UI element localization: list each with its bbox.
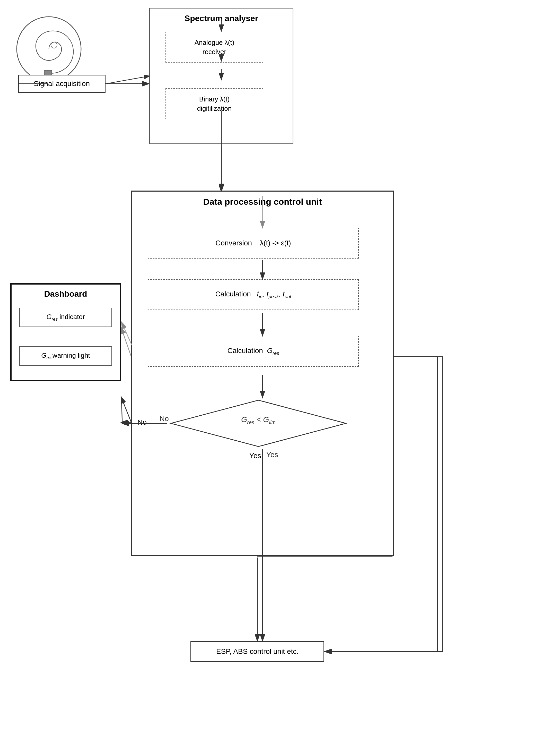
svg-line-49 xyxy=(121,397,122,424)
signal-acquisition-box: Signal acquisition xyxy=(18,75,106,93)
svg-line-48 xyxy=(121,322,132,345)
analogue-receiver-label: Analogue λ(t)receiver xyxy=(195,38,234,57)
gres-warning-label: Greswarning light xyxy=(41,351,90,360)
svg-point-21 xyxy=(51,42,57,48)
esp-abs-label: ESP, ABS control unit etc. xyxy=(216,647,299,656)
binary-digitization-label: Binary λ(t)digitilization xyxy=(197,94,232,113)
decision-diamond-container: Gres < Glim xyxy=(168,398,348,449)
conversion-label: Conversion λ(t) -> ε(t) xyxy=(215,238,291,248)
spectrum-analyser-title: Spectrum analyser xyxy=(185,14,258,23)
esp-abs-box: ESP, ABS control unit etc. xyxy=(190,641,324,662)
data-processing-box: Data processing control unit Conversion … xyxy=(131,190,394,556)
calculation-gres-box: Calculation Gres xyxy=(148,336,359,367)
gres-indicator-box: Gres indicator xyxy=(19,308,112,327)
binary-digitization-box: Binary λ(t)digitilization xyxy=(165,88,263,119)
antenna-icon xyxy=(14,14,84,84)
calculation-times-box: Calculation tin, tpeak, tout xyxy=(148,279,359,310)
yes-label: Yes xyxy=(249,452,261,460)
dashboard-box: Dashboard Gres indicator Greswarning lig… xyxy=(10,283,121,381)
analogue-receiver-box: Analogue λ(t)receiver xyxy=(165,32,263,63)
calculation-gres-label: Calculation Gres xyxy=(227,345,279,356)
spectrum-analyser-box: Spectrum analyser Analogue λ(t)receiver … xyxy=(149,8,293,144)
decision-diamond-svg: Gres < Glim xyxy=(168,398,348,449)
gres-indicator-label: Gres indicator xyxy=(46,313,85,322)
conversion-box: Conversion λ(t) -> ε(t) xyxy=(148,228,359,258)
data-processing-title: Data processing control unit xyxy=(203,197,322,207)
gres-warning-box: Greswarning light xyxy=(19,346,112,366)
signal-acquisition-label: Signal acquisition xyxy=(34,80,90,88)
svg-line-31 xyxy=(106,76,150,84)
dashboard-title: Dashboard xyxy=(44,289,87,299)
svg-line-13 xyxy=(121,327,131,356)
diagram-container: Signal acquisition Spectrum analyser Ana… xyxy=(0,0,560,737)
svg-line-14 xyxy=(121,397,131,422)
no-label: No xyxy=(137,418,147,427)
calculation-times-label: Calculation tin, tpeak, tout xyxy=(215,289,291,300)
